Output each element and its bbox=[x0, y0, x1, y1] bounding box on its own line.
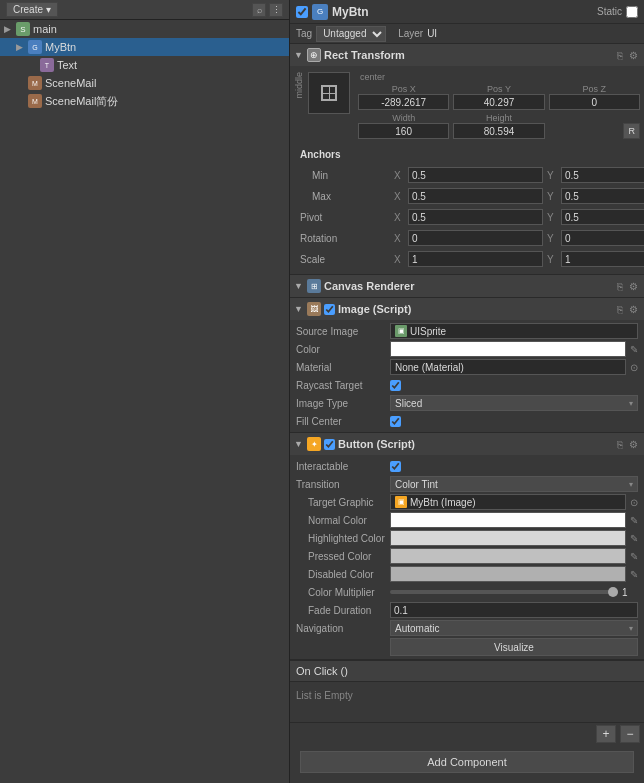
canvas-renderer-header[interactable]: ▼ ⊞ Canvas Renderer ⎘ ⚙ bbox=[290, 275, 644, 297]
rect-fields: middle center Pos X Pos Y bbox=[290, 68, 644, 272]
create-button[interactable]: Create ▾ bbox=[6, 2, 58, 17]
fill-center-row: Fill Center bbox=[290, 412, 644, 430]
max-x-field: X bbox=[394, 188, 543, 204]
pos-x-input[interactable] bbox=[358, 94, 449, 110]
rect-transform-component: ▼ ⊕ Rect Transform ⎘ ⚙ middle center bbox=[290, 44, 644, 275]
scale-y-input[interactable] bbox=[561, 251, 644, 267]
navigation-row: Navigation Automatic ▾ bbox=[290, 619, 644, 637]
on-click-remove-button[interactable]: − bbox=[620, 725, 640, 743]
scale-y-field: Y bbox=[547, 251, 644, 267]
button-script-menu-icon[interactable]: ⚙ bbox=[627, 439, 640, 450]
pivot-label: Pivot bbox=[300, 212, 390, 223]
canvas-renderer-menu-icon[interactable]: ⚙ bbox=[627, 281, 640, 292]
pos-y-label: Pos Y bbox=[453, 84, 544, 94]
pivot-x-input[interactable] bbox=[408, 209, 543, 225]
search-toggle-icon[interactable]: ⌕ bbox=[252, 3, 266, 17]
rect-transform-icon: ⊕ bbox=[307, 48, 321, 62]
anchor-widget[interactable] bbox=[308, 72, 350, 114]
visualize-button[interactable]: Visualize bbox=[390, 638, 638, 656]
on-click-body: List is Empty bbox=[290, 682, 644, 722]
normal-color-edit-icon[interactable]: ✎ bbox=[630, 515, 638, 526]
fade-duration-input[interactable] bbox=[390, 602, 638, 618]
scale-x-input[interactable] bbox=[408, 251, 543, 267]
image-script-checkbox[interactable] bbox=[324, 304, 335, 315]
disabled-color-edit-icon[interactable]: ✎ bbox=[630, 569, 638, 580]
image-script-header[interactable]: ▼ 🖼 Image (Script) ⎘ ⚙ bbox=[290, 298, 644, 320]
anchors-section: Anchors bbox=[294, 145, 640, 163]
layer-label: Layer bbox=[398, 28, 423, 39]
tree-item-scenemail[interactable]: M SceneMail bbox=[0, 74, 289, 92]
interactable-checkbox[interactable] bbox=[390, 461, 401, 472]
rect-transform-body: middle center Pos X Pos Y bbox=[290, 66, 644, 274]
button-script-icon: ✦ bbox=[307, 437, 321, 451]
target-graphic-label: Target Graphic bbox=[296, 497, 386, 508]
tree-item-main[interactable]: ▶ S main bbox=[0, 20, 289, 38]
width-input[interactable] bbox=[358, 123, 449, 139]
button-script-checkbox[interactable] bbox=[324, 439, 335, 450]
material-label: Material bbox=[296, 362, 386, 373]
tree-item-text[interactable]: T Text bbox=[0, 56, 289, 74]
color-swatch[interactable] bbox=[390, 341, 626, 357]
list-empty-label: List is Empty bbox=[296, 686, 638, 705]
navigation-label: Navigation bbox=[296, 623, 386, 634]
image-script-title: Image (Script) bbox=[338, 303, 612, 315]
image-type-dropdown[interactable]: Sliced ▾ bbox=[390, 395, 638, 411]
highlighted-color-swatch[interactable] bbox=[390, 530, 626, 546]
text-icon: T bbox=[40, 58, 54, 72]
tag-select[interactable]: Untagged bbox=[316, 26, 386, 42]
r-btn-field: R bbox=[549, 113, 640, 139]
max-x-input[interactable] bbox=[408, 188, 543, 204]
max-y-input[interactable] bbox=[561, 188, 644, 204]
rot-x-label: X bbox=[394, 233, 406, 244]
pos-z-input[interactable] bbox=[549, 94, 640, 110]
canvas-renderer-actions: ⎘ ⚙ bbox=[615, 281, 640, 292]
rot-x-input[interactable] bbox=[408, 230, 543, 246]
pos-x-field: Pos X bbox=[358, 84, 449, 110]
pressed-color-swatch[interactable] bbox=[390, 548, 626, 564]
height-input[interactable] bbox=[453, 123, 544, 139]
color-edit-icon[interactable]: ✎ bbox=[630, 344, 638, 355]
button-script-copy-icon[interactable]: ⎘ bbox=[615, 439, 625, 450]
image-script-actions: ⎘ ⚙ bbox=[615, 304, 640, 315]
color-multiplier-thumb[interactable] bbox=[608, 587, 618, 597]
raycast-checkbox[interactable] bbox=[390, 380, 401, 391]
button-script-header[interactable]: ▼ ✦ Button (Script) ⎘ ⚙ bbox=[290, 433, 644, 455]
target-graphic-options[interactable]: ⊙ bbox=[630, 497, 638, 508]
rot-y-input[interactable] bbox=[561, 230, 644, 246]
static-checkbox[interactable] bbox=[626, 6, 638, 18]
rect-value-fields: center Pos X Pos Y Pos Z bbox=[358, 72, 640, 142]
fill-center-checkbox[interactable] bbox=[390, 416, 401, 427]
image-script-copy-icon[interactable]: ⎘ bbox=[615, 304, 625, 315]
min-x-input[interactable] bbox=[408, 167, 543, 183]
transition-val: Color Tint bbox=[395, 479, 438, 490]
on-click-add-button[interactable]: + bbox=[596, 725, 616, 743]
rect-transform-copy-icon[interactable]: ⎘ bbox=[615, 50, 625, 61]
canvas-renderer-copy-icon[interactable]: ⎘ bbox=[615, 281, 625, 292]
navigation-dropdown[interactable]: Automatic ▾ bbox=[390, 620, 638, 636]
tree-label-scenemail: SceneMail bbox=[45, 77, 96, 89]
material-options-icon[interactable]: ⊙ bbox=[630, 362, 638, 373]
pos-y-input[interactable] bbox=[453, 94, 544, 110]
add-component-button[interactable]: Add Component bbox=[300, 751, 634, 773]
rect-transform-header[interactable]: ▼ ⊕ Rect Transform ⎘ ⚙ bbox=[290, 44, 644, 66]
hierarchy-header: Create ▾ ⌕ ⋮ bbox=[0, 0, 289, 20]
rotation-row: Rotation X Y Z bbox=[294, 229, 640, 247]
min-y-input[interactable] bbox=[561, 167, 644, 183]
tree-item-scenemail2[interactable]: M SceneMail简份 bbox=[0, 92, 289, 110]
tree-item-mybtn[interactable]: ▶ G MyBtn bbox=[0, 38, 289, 56]
target-graphic-field[interactable]: ▣ MyBtn (Image) bbox=[390, 494, 626, 510]
normal-color-swatch[interactable] bbox=[390, 512, 626, 528]
image-script-menu-icon[interactable]: ⚙ bbox=[627, 304, 640, 315]
pressed-color-edit-icon[interactable]: ✎ bbox=[630, 551, 638, 562]
pivot-y-input[interactable] bbox=[561, 209, 644, 225]
obj-active-checkbox[interactable] bbox=[296, 6, 308, 18]
more-options-icon[interactable]: ⋮ bbox=[269, 3, 283, 17]
color-multiplier-track[interactable] bbox=[390, 590, 618, 594]
source-image-field[interactable]: ▣ UISprite bbox=[390, 323, 638, 339]
rect-transform-menu-icon[interactable]: ⚙ bbox=[627, 50, 640, 61]
blueprint-r-button[interactable]: R bbox=[623, 123, 640, 139]
highlighted-color-edit-icon[interactable]: ✎ bbox=[630, 533, 638, 544]
transition-dropdown[interactable]: Color Tint ▾ bbox=[390, 476, 638, 492]
material-field[interactable]: None (Material) bbox=[390, 359, 626, 375]
disabled-color-swatch[interactable] bbox=[390, 566, 626, 582]
